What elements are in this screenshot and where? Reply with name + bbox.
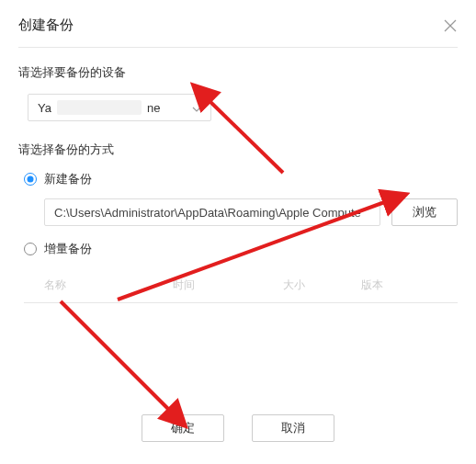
create-backup-dialog: 创建备份 请选择要备份的设备 Ya ne 请选择备份的方式 新建备份 浏览 增量… bbox=[0, 0, 476, 340]
device-select[interactable]: Ya ne bbox=[28, 94, 211, 121]
dialog-footer: 确定 取消 bbox=[0, 414, 476, 442]
backup-path-input[interactable] bbox=[44, 198, 380, 226]
incremental-table-header: 名称 时间 大小 版本 bbox=[24, 268, 458, 303]
radio-icon bbox=[24, 243, 37, 255]
device-section-label: 请选择要备份的设备 bbox=[18, 64, 458, 81]
device-prefix: Ya bbox=[38, 101, 51, 115]
radio-icon bbox=[24, 173, 37, 186]
device-name-redacted bbox=[57, 100, 142, 115]
ok-button[interactable]: 确定 bbox=[142, 414, 224, 442]
radio-new-backup[interactable]: 新建备份 bbox=[24, 171, 458, 187]
dialog-header: 创建备份 bbox=[18, 17, 458, 48]
column-name: 名称 bbox=[44, 277, 173, 293]
column-time: 时间 bbox=[173, 277, 283, 293]
browse-button[interactable]: 浏览 bbox=[391, 198, 458, 226]
dialog-title: 创建备份 bbox=[18, 17, 74, 34]
device-selected-value: Ya ne bbox=[38, 100, 160, 115]
radio-label: 新建备份 bbox=[44, 171, 92, 187]
radio-incremental-backup[interactable]: 增量备份 bbox=[24, 241, 458, 257]
cancel-button[interactable]: 取消 bbox=[252, 414, 334, 442]
close-icon[interactable] bbox=[443, 18, 458, 33]
radio-label: 增量备份 bbox=[44, 241, 92, 257]
method-section-label: 请选择备份的方式 bbox=[18, 141, 458, 158]
column-version: 版本 bbox=[361, 277, 425, 293]
chevron-down-icon bbox=[192, 103, 201, 112]
column-size: 大小 bbox=[283, 277, 361, 293]
device-suffix: ne bbox=[147, 101, 160, 115]
